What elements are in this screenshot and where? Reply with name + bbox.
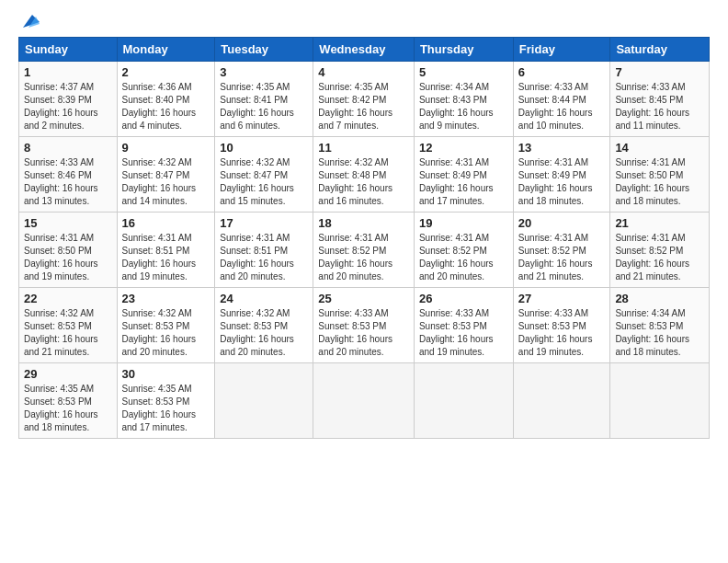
day-info: Sunrise: 4:33 AMSunset: 8:46 PMDaylight:…	[24, 156, 112, 208]
calendar-day-cell	[610, 363, 710, 439]
calendar-day-cell: 13Sunrise: 4:31 AMSunset: 8:49 PMDayligh…	[513, 137, 610, 213]
day-info: Sunrise: 4:35 AMSunset: 8:42 PMDaylight:…	[318, 81, 409, 132]
calendar-day-cell: 28Sunrise: 4:34 AMSunset: 8:53 PMDayligh…	[610, 288, 710, 363]
day-info: Sunrise: 4:32 AMSunset: 8:48 PMDaylight:…	[318, 156, 409, 208]
day-number: 5	[419, 65, 508, 79]
day-number: 24	[220, 292, 308, 305]
calendar-day-cell: 5Sunrise: 4:34 AMSunset: 8:43 PMDaylight…	[414, 62, 513, 137]
day-number: 14	[615, 141, 704, 155]
day-number: 10	[220, 141, 308, 155]
calendar-day-cell	[215, 363, 313, 439]
calendar-day-cell: 3Sunrise: 4:35 AMSunset: 8:41 PMDaylight…	[215, 62, 313, 137]
calendar-week-row: 1Sunrise: 4:37 AMSunset: 8:39 PMDaylight…	[19, 62, 710, 137]
calendar-header-row: SundayMondayTuesdayWednesdayThursdayFrid…	[19, 38, 710, 62]
calendar-week-row: 8Sunrise: 4:33 AMSunset: 8:46 PMDaylight…	[19, 137, 710, 213]
day-number: 11	[318, 141, 409, 155]
calendar-day-cell: 17Sunrise: 4:31 AMSunset: 8:51 PMDayligh…	[215, 213, 313, 288]
calendar-day-cell: 10Sunrise: 4:32 AMSunset: 8:47 PMDayligh…	[215, 137, 313, 213]
calendar-day-header: Thursday	[414, 38, 513, 62]
day-info: Sunrise: 4:31 AMSunset: 8:49 PMDaylight:…	[419, 156, 508, 208]
calendar-day-cell: 23Sunrise: 4:32 AMSunset: 8:53 PMDayligh…	[117, 288, 215, 363]
day-number: 15	[24, 216, 112, 230]
day-number: 9	[122, 141, 210, 155]
day-number: 17	[220, 216, 308, 230]
day-info: Sunrise: 4:31 AMSunset: 8:50 PMDaylight:…	[24, 232, 112, 283]
calendar-day-cell: 2Sunrise: 4:36 AMSunset: 8:40 PMDaylight…	[117, 62, 215, 137]
calendar-day-cell	[313, 363, 415, 439]
day-info: Sunrise: 4:32 AMSunset: 8:47 PMDaylight:…	[122, 156, 210, 208]
day-info: Sunrise: 4:35 AMSunset: 8:53 PMDaylight:…	[122, 383, 210, 434]
calendar-day-cell: 16Sunrise: 4:31 AMSunset: 8:51 PMDayligh…	[117, 213, 215, 288]
calendar-day-cell: 21Sunrise: 4:31 AMSunset: 8:52 PMDayligh…	[610, 213, 710, 288]
calendar-day-cell: 11Sunrise: 4:32 AMSunset: 8:48 PMDayligh…	[313, 137, 415, 213]
calendar-day-header: Saturday	[610, 38, 710, 62]
day-number: 18	[318, 216, 409, 230]
day-info: Sunrise: 4:31 AMSunset: 8:50 PMDaylight:…	[615, 156, 704, 208]
day-number: 20	[518, 216, 606, 230]
page: SundayMondayTuesdayWednesdayThursdayFrid…	[0, 0, 728, 563]
day-number: 13	[518, 141, 606, 155]
day-info: Sunrise: 4:33 AMSunset: 8:53 PMDaylight:…	[518, 307, 606, 359]
calendar-day-cell: 12Sunrise: 4:31 AMSunset: 8:49 PMDayligh…	[414, 137, 513, 213]
day-info: Sunrise: 4:31 AMSunset: 8:52 PMDaylight:…	[518, 232, 606, 283]
calendar-day-cell	[414, 363, 513, 439]
logo	[18, 15, 40, 28]
day-number: 4	[318, 65, 409, 79]
calendar-day-cell: 26Sunrise: 4:33 AMSunset: 8:53 PMDayligh…	[414, 288, 513, 363]
calendar-day-cell: 9Sunrise: 4:32 AMSunset: 8:47 PMDaylight…	[117, 137, 215, 213]
calendar-day-cell: 6Sunrise: 4:33 AMSunset: 8:44 PMDaylight…	[513, 62, 610, 137]
calendar-day-cell: 29Sunrise: 4:35 AMSunset: 8:53 PMDayligh…	[19, 363, 118, 439]
day-number: 30	[122, 367, 210, 381]
calendar-day-cell: 27Sunrise: 4:33 AMSunset: 8:53 PMDayligh…	[513, 288, 610, 363]
day-info: Sunrise: 4:34 AMSunset: 8:53 PMDaylight:…	[615, 307, 704, 359]
calendar-day-cell	[513, 363, 610, 439]
calendar-day-header: Monday	[117, 38, 215, 62]
calendar-day-cell: 7Sunrise: 4:33 AMSunset: 8:45 PMDaylight…	[610, 62, 710, 137]
day-info: Sunrise: 4:33 AMSunset: 8:53 PMDaylight:…	[318, 307, 409, 359]
day-number: 27	[518, 292, 606, 305]
day-number: 28	[615, 292, 704, 305]
calendar-day-cell: 25Sunrise: 4:33 AMSunset: 8:53 PMDayligh…	[313, 288, 415, 363]
day-info: Sunrise: 4:32 AMSunset: 8:53 PMDaylight:…	[122, 307, 210, 359]
calendar-day-cell: 1Sunrise: 4:37 AMSunset: 8:39 PMDaylight…	[19, 62, 118, 137]
day-info: Sunrise: 4:35 AMSunset: 8:41 PMDaylight:…	[220, 81, 308, 132]
calendar-week-row: 15Sunrise: 4:31 AMSunset: 8:50 PMDayligh…	[19, 213, 710, 288]
calendar-day-cell: 4Sunrise: 4:35 AMSunset: 8:42 PMDaylight…	[313, 62, 415, 137]
calendar-day-cell: 15Sunrise: 4:31 AMSunset: 8:50 PMDayligh…	[19, 213, 118, 288]
calendar-week-row: 22Sunrise: 4:32 AMSunset: 8:53 PMDayligh…	[19, 288, 710, 363]
day-info: Sunrise: 4:33 AMSunset: 8:53 PMDaylight:…	[419, 307, 508, 359]
calendar-day-header: Friday	[513, 38, 610, 62]
day-info: Sunrise: 4:32 AMSunset: 8:47 PMDaylight:…	[220, 156, 308, 208]
day-info: Sunrise: 4:31 AMSunset: 8:49 PMDaylight:…	[518, 156, 606, 208]
day-number: 3	[220, 65, 308, 79]
day-info: Sunrise: 4:31 AMSunset: 8:52 PMDaylight:…	[615, 232, 704, 283]
calendar-week-row: 29Sunrise: 4:35 AMSunset: 8:53 PMDayligh…	[19, 363, 710, 439]
calendar-day-header: Sunday	[19, 38, 118, 62]
logo-icon	[19, 11, 40, 31]
day-number: 7	[615, 65, 704, 79]
day-info: Sunrise: 4:33 AMSunset: 8:44 PMDaylight:…	[518, 81, 606, 132]
calendar-day-cell: 14Sunrise: 4:31 AMSunset: 8:50 PMDayligh…	[610, 137, 710, 213]
day-number: 22	[24, 292, 112, 305]
day-number: 25	[318, 292, 409, 305]
day-info: Sunrise: 4:31 AMSunset: 8:52 PMDaylight:…	[318, 232, 409, 283]
day-number: 6	[518, 65, 606, 79]
day-number: 1	[24, 65, 112, 79]
day-number: 29	[24, 367, 112, 381]
day-info: Sunrise: 4:36 AMSunset: 8:40 PMDaylight:…	[122, 81, 210, 132]
calendar-day-cell: 19Sunrise: 4:31 AMSunset: 8:52 PMDayligh…	[414, 213, 513, 288]
day-number: 2	[122, 65, 210, 79]
day-info: Sunrise: 4:31 AMSunset: 8:52 PMDaylight:…	[419, 232, 508, 283]
day-info: Sunrise: 4:32 AMSunset: 8:53 PMDaylight:…	[220, 307, 308, 359]
day-info: Sunrise: 4:31 AMSunset: 8:51 PMDaylight:…	[220, 232, 308, 283]
calendar-day-cell: 20Sunrise: 4:31 AMSunset: 8:52 PMDayligh…	[513, 213, 610, 288]
calendar-day-cell: 8Sunrise: 4:33 AMSunset: 8:46 PMDaylight…	[19, 137, 118, 213]
calendar-day-header: Wednesday	[313, 38, 415, 62]
day-info: Sunrise: 4:32 AMSunset: 8:53 PMDaylight:…	[24, 307, 112, 359]
day-info: Sunrise: 4:33 AMSunset: 8:45 PMDaylight:…	[615, 81, 704, 132]
day-info: Sunrise: 4:34 AMSunset: 8:43 PMDaylight:…	[419, 81, 508, 132]
calendar-day-cell: 30Sunrise: 4:35 AMSunset: 8:53 PMDayligh…	[117, 363, 215, 439]
day-info: Sunrise: 4:35 AMSunset: 8:53 PMDaylight:…	[24, 383, 112, 434]
calendar-day-cell: 18Sunrise: 4:31 AMSunset: 8:52 PMDayligh…	[313, 213, 415, 288]
calendar-day-cell: 22Sunrise: 4:32 AMSunset: 8:53 PMDayligh…	[19, 288, 118, 363]
